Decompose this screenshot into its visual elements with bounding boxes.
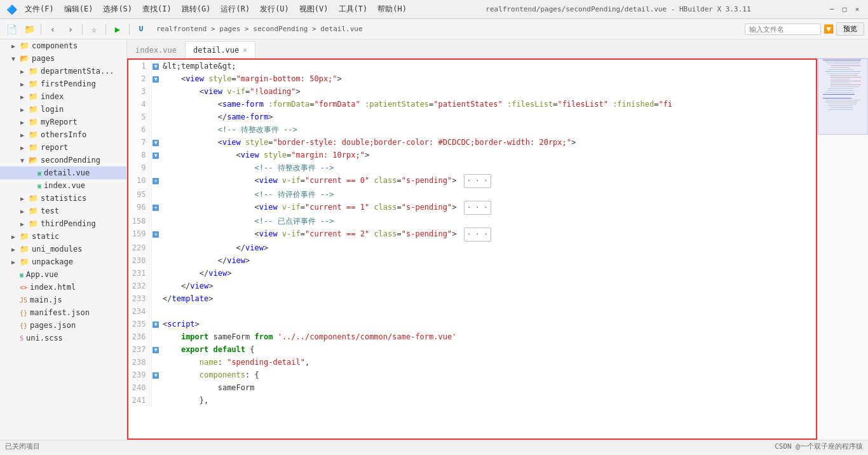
sidebar-item-pages-json[interactable]: {} pages.json: [0, 319, 126, 332]
table-row: 159+ <view v-if="current == 2" class="s-…: [128, 228, 816, 241]
forward-button[interactable]: ›: [63, 22, 78, 37]
menu-help[interactable]: 帮助(H): [375, 4, 409, 15]
line-number: 241: [128, 394, 151, 407]
line-number: 96: [128, 201, 151, 215]
menu-select[interactable]: 选择(S): [100, 4, 135, 15]
code-content: <view style="border-style: double;border…: [160, 136, 816, 149]
fold-icon[interactable]: +: [151, 201, 160, 215]
sidebar-item-uni-scss[interactable]: S uni.scss: [0, 332, 126, 344]
expand-icon-myReport: ▶: [20, 119, 27, 126]
sidebar-item-uni-modules[interactable]: ▶ 📁 uni_modules: [0, 243, 126, 255]
sidebar-item-login[interactable]: ▶ 📁 login: [0, 103, 126, 116]
fold-icon[interactable]: ▼: [151, 318, 160, 330]
line-number: 238: [128, 356, 151, 369]
code-content: <view v-if="current == 1" class="s-pendi…: [160, 201, 816, 215]
minimap-viewport: [818, 58, 868, 135]
tab-index-vue[interactable]: index.vue: [127, 41, 185, 58]
sidebar-item-statistics[interactable]: ▶ 📁 statistics: [0, 192, 126, 205]
fold-icon[interactable]: ▼: [151, 60, 160, 72]
line-number: 7: [128, 136, 151, 149]
tab-detail-vue[interactable]: detail.vue ✕: [185, 41, 255, 58]
code-editor[interactable]: 1▼&lt;template&gt;2▼ <view style="margin…: [127, 58, 817, 440]
title-bar-left: 🔷 文件(F) 编辑(E) 选择(S) 查找(I) 跳转(G) 运行(R) 发行…: [6, 4, 409, 15]
line-number: 239: [128, 369, 151, 381]
menu-publish[interactable]: 发行(U): [257, 4, 292, 15]
menu-view[interactable]: 视图(V): [297, 4, 331, 15]
menu-edit[interactable]: 编辑(E): [62, 4, 96, 15]
tab-close-detail[interactable]: ✕: [243, 46, 247, 54]
fold-icon[interactable]: ▼: [151, 149, 160, 161]
search-filter-icon[interactable]: 🔽: [824, 24, 834, 34]
sidebar-item-index[interactable]: ▶ 📁 index: [0, 90, 126, 103]
fold-icon[interactable]: +: [151, 174, 160, 188]
sidebar-item-pages[interactable]: ▼ 📂 pages: [0, 52, 126, 65]
sidebar-item-index-html[interactable]: <> index.html: [0, 281, 126, 294]
code-content: import sameForm from '../../components/c…: [160, 330, 816, 343]
editor-area: index.vue detail.vue ✕ 1▼&lt;template&gt…: [127, 39, 868, 440]
code-content: <!-- 待整改事件 -->: [160, 123, 816, 136]
code-content: </template>: [160, 292, 816, 305]
maximize-button[interactable]: □: [840, 5, 849, 14]
vue-file-icon-detail: ▣: [37, 170, 41, 177]
sidebar-item-secondPending[interactable]: ▼ 📂 secondPending: [0, 154, 126, 166]
menu-run[interactable]: 运行(R): [218, 4, 252, 15]
sidebar-item-unpackage[interactable]: ▶ 📁 unpackage: [0, 255, 126, 268]
menu-file[interactable]: 文件(F): [22, 4, 57, 15]
fold-icon[interactable]: ▼: [151, 72, 160, 85]
title-bar: 🔷 文件(F) 编辑(E) 选择(S) 查找(I) 跳转(G) 运行(R) 发行…: [0, 0, 868, 19]
expand-icon-report: ▶: [20, 144, 27, 151]
fold-icon[interactable]: ▼: [151, 343, 160, 356]
sidebar-item-othersInfo[interactable]: ▶ 📁 othersInfo: [0, 128, 126, 141]
sidebar-item-app-vue[interactable]: ▣ App.vue: [0, 268, 126, 281]
table-row: 229 </view>: [128, 241, 816, 254]
expand-icon-third: ▶: [20, 221, 27, 228]
line-number: 4: [128, 98, 151, 111]
table-row: 8▼ <view style="margin: 10rpx;">: [128, 149, 816, 161]
menu-find[interactable]: 查找(I): [140, 4, 174, 15]
sidebar-item-test[interactable]: ▶ 📁 test: [0, 205, 126, 217]
code-content: </view>: [160, 267, 816, 280]
app-icon: 🔷: [6, 4, 17, 15]
sidebar-item-index-vue2[interactable]: ▣ index.vue: [0, 179, 126, 192]
fold-icon[interactable]: ▼: [151, 136, 160, 149]
sidebar-item-firstPending[interactable]: ▶ 📁 firstPending: [0, 78, 126, 90]
preview-button[interactable]: 预览: [836, 22, 864, 36]
fold-icon[interactable]: +: [151, 228, 160, 241]
toolbar-separator-1: [41, 24, 41, 35]
sidebar-item-departmentSta[interactable]: ▶ 📁 departmentSta...: [0, 65, 126, 78]
table-row: 239▼ components: {: [128, 369, 816, 381]
sidebar-item-thirdPending[interactable]: ▶ 📁 thirdPending: [0, 217, 126, 230]
close-button[interactable]: ✕: [853, 5, 862, 14]
folder-icon-index: 📁: [29, 92, 38, 101]
minimize-button[interactable]: ─: [827, 5, 836, 14]
sidebar-item-manifest[interactable]: {} manifest.json: [0, 306, 126, 319]
code-content: <view v-if="current == 2" class="s-pendi…: [160, 228, 816, 241]
sidebar-item-detail-vue[interactable]: ▣ detail.vue: [0, 166, 126, 179]
table-row: 158 <!-- 已点评事件 -->: [128, 215, 816, 228]
expand-icon-others: ▶: [20, 132, 27, 139]
code-content: name: "spending-detail",: [160, 356, 816, 369]
code-content: <same-form :formData="formData" :patient…: [160, 98, 816, 111]
html-file-icon: <>: [20, 284, 27, 291]
code-content: <view style="margin: 10rpx;">: [160, 149, 816, 161]
code-content: &lt;template&gt;: [160, 60, 816, 72]
back-button[interactable]: ‹: [45, 22, 60, 37]
expand-icon-components: ▶: [11, 43, 18, 50]
sidebar-item-myReport[interactable]: ▶ 📁 myReport: [0, 116, 126, 128]
menu-tools[interactable]: 工具(T): [336, 4, 370, 15]
minimap: [817, 58, 868, 440]
file-search-input[interactable]: [745, 24, 821, 35]
sidebar-item-components[interactable]: ▶ 📁 components: [0, 39, 126, 52]
fold-icon: [151, 330, 160, 343]
sidebar-item-report[interactable]: ▶ 📁 report: [0, 141, 126, 154]
window-title: realfrontend/pages/secondPending/detail.…: [485, 5, 750, 13]
play-button[interactable]: ▶: [110, 22, 125, 37]
fold-icon[interactable]: ▼: [151, 369, 160, 381]
menu-jump[interactable]: 跳转(G): [179, 4, 214, 15]
open-button[interactable]: 📁: [22, 22, 37, 37]
sidebar-item-main-js[interactable]: JS main.js: [0, 294, 126, 306]
code-content: <view v-if="!loading">: [160, 85, 816, 98]
sidebar-item-static[interactable]: ▶ 📁 static: [0, 230, 126, 243]
new-file-button[interactable]: 📄: [4, 22, 19, 37]
bookmark-button[interactable]: ☆: [86, 22, 102, 37]
